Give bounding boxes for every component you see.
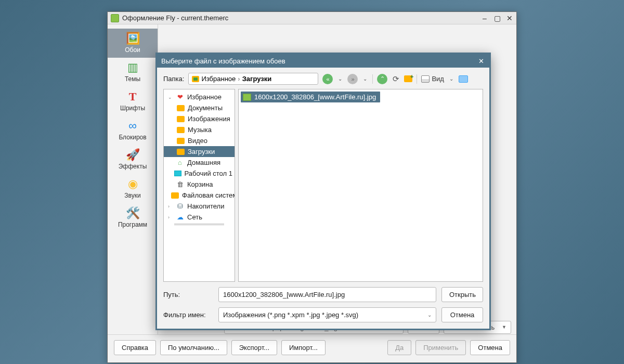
tree-images[interactable]: Изображения xyxy=(164,113,235,124)
dialog-toolbar: Папка: Избранное › Загрузки « ⌄ » ⌄ ⌃ ⟳ … xyxy=(157,68,489,89)
drive-icon: ⛁ xyxy=(176,203,184,210)
tab-effects[interactable]: 🚀 Эффекты xyxy=(108,145,158,174)
tab-label: Темы xyxy=(125,75,140,83)
path-label: Путь: xyxy=(163,291,213,298)
file-name: 1600x1200_382806_[www.ArtFile.ru].jpg xyxy=(254,93,376,101)
lock-icon: ∞ xyxy=(124,119,141,133)
cancel-button[interactable]: Отмена xyxy=(470,340,510,355)
crumb-current[interactable]: Загрузки xyxy=(242,75,272,83)
filter-label: Фильтр имен: xyxy=(163,311,213,319)
tree-home[interactable]: ⌂Домашняя xyxy=(164,157,235,168)
places-tree: ⌄❤Избранное Документы Изображения Музыка… xyxy=(163,89,235,282)
wallpaper-icon: 🖼️ xyxy=(124,32,141,45)
crumb-root[interactable]: Избранное xyxy=(201,75,236,83)
dialog-title: Выберите файл с изображением обоев xyxy=(161,57,477,65)
view-icon xyxy=(421,75,430,83)
tab-sounds[interactable]: ◉ Звуки xyxy=(108,174,158,203)
dialog-cancel-button[interactable]: Отмена xyxy=(441,307,483,322)
back-button[interactable]: « xyxy=(322,74,333,84)
tab-wallpaper[interactable]: 🖼️ Обои xyxy=(108,29,158,58)
tree-trash[interactable]: 🗑Корзина xyxy=(164,179,235,190)
folder-icon xyxy=(171,192,179,199)
tab-label: Шрифты xyxy=(120,105,145,112)
chevron-down-icon: ▼ xyxy=(502,324,506,330)
dialog-titlebar[interactable]: Выберите файл с изображением обоев ✕ xyxy=(157,54,489,68)
tab-label: Программ xyxy=(118,221,147,228)
filter-value: Изображения (*.png *.xpm *.jpg *.jpeg *.… xyxy=(223,311,358,319)
tab-lock[interactable]: ∞ Блокиров xyxy=(108,116,158,145)
effects-icon: 🚀 xyxy=(124,148,141,162)
heart-icon: ❤ xyxy=(176,94,184,101)
folder-icon xyxy=(176,148,185,155)
bottom-button-row: Справка По умолчанию... Экспорт... Импор… xyxy=(108,334,516,362)
tree-filesystem[interactable]: Файловая система xyxy=(164,190,235,201)
fonts-icon: T xyxy=(124,90,141,103)
folder-label: Папка: xyxy=(163,75,184,83)
import-button[interactable]: Импорт... xyxy=(281,340,326,355)
new-folder-button[interactable] xyxy=(404,74,412,84)
forward-menu-icon[interactable]: ⌄ xyxy=(362,74,368,84)
file-list[interactable]: 1600x1200_382806_[www.ArtFile.ru].jpg xyxy=(238,89,483,282)
tab-label: Звуки xyxy=(124,192,140,199)
file-item-selected[interactable]: 1600x1200_382806_[www.ArtFile.ru].jpg xyxy=(241,92,380,102)
tree-drives[interactable]: ›⛁Накопители xyxy=(164,201,235,212)
themes-icon: ▥ xyxy=(124,61,141,74)
back-menu-icon[interactable]: ⌄ xyxy=(337,74,343,84)
folder-icon xyxy=(192,76,199,82)
filter-combo[interactable]: Изображения (*.png *.xpm *.jpg *.jpeg *.… xyxy=(218,307,436,322)
minimize-button[interactable]: – xyxy=(481,15,488,22)
home-icon: ⌂ xyxy=(176,159,184,166)
sounds-icon: ◉ xyxy=(124,177,141,191)
image-thumb-icon xyxy=(243,94,251,101)
tab-label: Блокиров xyxy=(119,134,146,141)
toolbar-separator xyxy=(372,74,373,84)
crumb-separator: › xyxy=(238,75,240,83)
window-title: Оформление Fly - current.themerc xyxy=(122,14,478,22)
network-icon: ☁ xyxy=(176,214,184,221)
defaults-button[interactable]: По умолчанию... xyxy=(160,340,227,355)
preview-toggle-icon[interactable] xyxy=(459,75,468,83)
folder-icon xyxy=(176,126,185,134)
up-button[interactable]: ⌃ xyxy=(377,74,387,84)
path-input[interactable] xyxy=(218,287,436,302)
main-titlebar[interactable]: Оформление Fly - current.themerc – ▢ ✕ xyxy=(108,12,516,24)
help-button[interactable]: Справка xyxy=(114,340,156,355)
view-menu-icon[interactable]: ⌄ xyxy=(448,74,454,84)
tree-video[interactable]: Видео xyxy=(164,135,235,146)
trash-icon: 🗑 xyxy=(176,181,184,188)
yes-button[interactable]: Да xyxy=(387,340,411,355)
close-button[interactable]: ✕ xyxy=(506,15,513,22)
view-mode-button[interactable]: Вид xyxy=(421,75,444,83)
dialog-close-button[interactable]: ✕ xyxy=(477,57,485,65)
side-tabs: 🖼️ Обои ▥ Темы T Шрифты ∞ Блокиров 🚀 xyxy=(108,24,158,334)
tree-downloads[interactable]: Загрузки xyxy=(164,146,235,157)
toolbar-separator xyxy=(417,74,417,84)
folder-icon xyxy=(176,115,185,123)
export-button[interactable]: Экспорт... xyxy=(231,340,277,355)
tree-documents[interactable]: Документы xyxy=(164,102,235,113)
tree-network[interactable]: ›☁Сеть xyxy=(164,212,235,223)
breadcrumb[interactable]: Избранное › Загрузки xyxy=(188,73,318,85)
tab-fonts[interactable]: T Шрифты xyxy=(108,87,158,116)
file-dialog: Выберите файл с изображением обоев ✕ Пап… xyxy=(155,53,491,330)
resize-grip[interactable] xyxy=(174,224,224,227)
refresh-button[interactable]: ⟳ xyxy=(392,74,400,84)
dialog-form: Путь: Открыть Фильтр имен: Изображения (… xyxy=(157,282,489,329)
maximize-button[interactable]: ▢ xyxy=(493,15,501,22)
view-label: Вид xyxy=(432,75,444,83)
tab-themes[interactable]: ▥ Темы xyxy=(108,58,158,87)
app-icon xyxy=(111,14,119,22)
tree-desktop[interactable]: Рабочий стол 1 xyxy=(164,168,235,179)
programs-icon: 🛠️ xyxy=(124,206,141,220)
forward-button[interactable]: » xyxy=(347,74,358,84)
tab-label: Эффекты xyxy=(119,163,147,170)
tab-programs[interactable]: 🛠️ Программ xyxy=(108,203,158,232)
folder-icon xyxy=(176,105,185,112)
tree-music[interactable]: Музыка xyxy=(164,124,235,135)
chevron-down-icon: ⌄ xyxy=(427,312,432,318)
folder-icon xyxy=(176,137,185,145)
tree-favorites[interactable]: ⌄❤Избранное xyxy=(164,92,235,102)
apply-button[interactable]: Применить xyxy=(415,340,466,355)
open-button[interactable]: Открыть xyxy=(441,287,483,302)
tab-label: Обои xyxy=(125,46,140,54)
